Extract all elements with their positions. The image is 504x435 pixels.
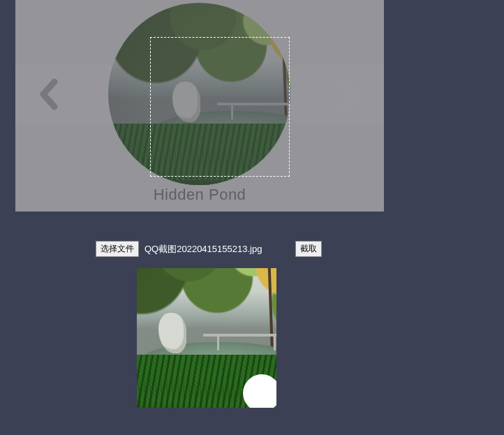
crop-preview (137, 268, 276, 408)
prev-arrow[interactable] (32, 78, 66, 111)
mask-corner (243, 374, 276, 408)
crop-controls: 选择文件 QQ截图20220415155213.jpg 截取 (96, 241, 504, 257)
crop-selection[interactable] (150, 37, 290, 177)
next-arrow[interactable] (334, 78, 367, 111)
selected-filename: QQ截图20220415155213.jpg (144, 243, 277, 256)
image-caption: Hidden Pond (15, 186, 384, 204)
chevron-right-icon (339, 78, 362, 111)
choose-file-button[interactable]: 选择文件 (96, 241, 139, 257)
image-gallery: Hidden Pond (15, 0, 384, 212)
chevron-left-icon (37, 78, 61, 111)
crop-button[interactable]: 截取 (295, 241, 322, 257)
